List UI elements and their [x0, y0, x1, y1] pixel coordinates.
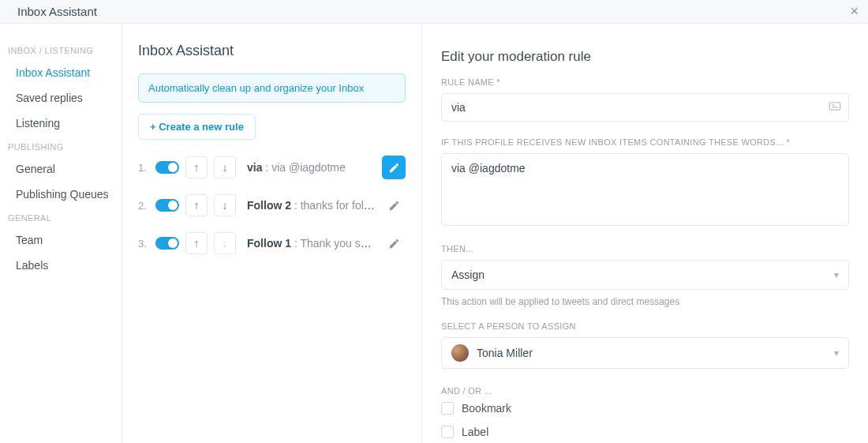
chevron-down-icon: ▾ [834, 269, 839, 280]
sidebar-section-general: GENERAL [0, 207, 122, 227]
edit-rule-button[interactable] [382, 156, 406, 179]
create-rule-button[interactable]: + Create a new rule [138, 114, 256, 140]
page-title: Inbox Assistant [138, 43, 406, 59]
words-label: IF THIS PROFILE RECEIVES NEW INBOX ITEMS… [441, 137, 849, 147]
rule-row: 2. ↑ ↓ Follow 2 : thanks for followi... [138, 193, 406, 217]
edit-rule-button[interactable] [382, 193, 406, 217]
sidebar: INBOX / LISTENING Inbox Assistant Saved … [0, 24, 122, 443]
words-textarea[interactable] [441, 153, 849, 226]
rule-toggle[interactable] [155, 161, 179, 174]
sidebar-item-general[interactable]: General [0, 156, 122, 182]
pencil-icon [388, 162, 400, 174]
then-label: THEN... [441, 244, 849, 253]
move-down-button: ↓ [214, 232, 236, 254]
move-up-button[interactable]: ↑ [185, 156, 208, 178]
checkbox-icon [441, 402, 454, 415]
rule-row: 3. ↑ ↓ Follow 1 : Thank you so muc... [138, 231, 406, 255]
sidebar-section-publishing: PUBLISHING [0, 136, 122, 156]
detail-heading: Edit your moderation rule [441, 49, 849, 65]
label-label: Label [462, 426, 488, 438]
move-up-button[interactable]: ↑ [185, 232, 208, 254]
sidebar-item-team[interactable]: Team [0, 227, 122, 253]
window-title: Inbox Assistant [17, 5, 97, 18]
rule-list-panel: Inbox Assistant Automatically clean up a… [122, 24, 422, 443]
rule-number: 2. [138, 200, 149, 212]
sidebar-item-inbox-assistant[interactable]: Inbox Assistant [0, 60, 122, 85]
rule-label: Follow 1 : Thank you so muc... [247, 237, 376, 250]
rule-label: Follow 2 : thanks for followi... [247, 199, 376, 212]
chevron-down-icon: ▾ [834, 347, 839, 359]
assign-label: SELECT A PERSON TO ASSIGN [441, 321, 849, 331]
pencil-icon [388, 200, 400, 212]
rule-name-label: RULE NAME * [441, 77, 849, 87]
sidebar-item-saved-replies[interactable]: Saved replies [0, 85, 122, 111]
edit-rule-button[interactable] [382, 231, 406, 255]
rule-toggle[interactable] [155, 199, 179, 212]
card-icon [829, 101, 841, 115]
label-checkbox-row[interactable]: Label [441, 426, 849, 438]
rule-label: via : via @iagdotme [247, 161, 376, 174]
close-icon[interactable]: × [850, 3, 859, 20]
then-hint: This action will be applied to tweets an… [441, 296, 849, 307]
andor-label: AND / OR ... [441, 386, 849, 396]
pencil-icon [388, 238, 400, 250]
info-banner: Automatically clean up and organize your… [138, 73, 406, 103]
move-down-button[interactable]: ↓ [214, 156, 236, 178]
rule-number: 1. [138, 162, 149, 174]
then-action-value: Assign [451, 268, 485, 281]
svg-rect-0 [829, 103, 840, 110]
rule-row: 1. ↑ ↓ via : via @iagdotme [138, 156, 406, 179]
sidebar-item-listening[interactable]: Listening [0, 111, 122, 136]
sidebar-item-publishing-queues[interactable]: Publishing Queues [0, 182, 122, 207]
rule-name-input[interactable] [441, 93, 849, 122]
rule-toggle[interactable] [155, 237, 179, 250]
sidebar-item-labels[interactable]: Labels [0, 253, 122, 278]
sidebar-section-inbox: INBOX / LISTENING [0, 39, 122, 60]
bookmark-checkbox-row[interactable]: Bookmark [441, 402, 849, 415]
checkbox-icon [441, 426, 454, 438]
move-down-button[interactable]: ↓ [214, 194, 236, 216]
rule-number: 3. [138, 238, 149, 250]
avatar [451, 344, 469, 362]
bookmark-label: Bookmark [462, 402, 511, 415]
move-up-button[interactable]: ↑ [185, 194, 208, 216]
rule-detail-panel: Edit your moderation rule RULE NAME * IF… [422, 24, 868, 443]
assign-person-name: Tonia Miller [477, 347, 834, 359]
then-action-select[interactable]: Assign ▾ [441, 260, 849, 290]
top-bar: Inbox Assistant × [0, 0, 868, 24]
assign-person-select[interactable]: Tonia Miller ▾ [441, 337, 849, 369]
